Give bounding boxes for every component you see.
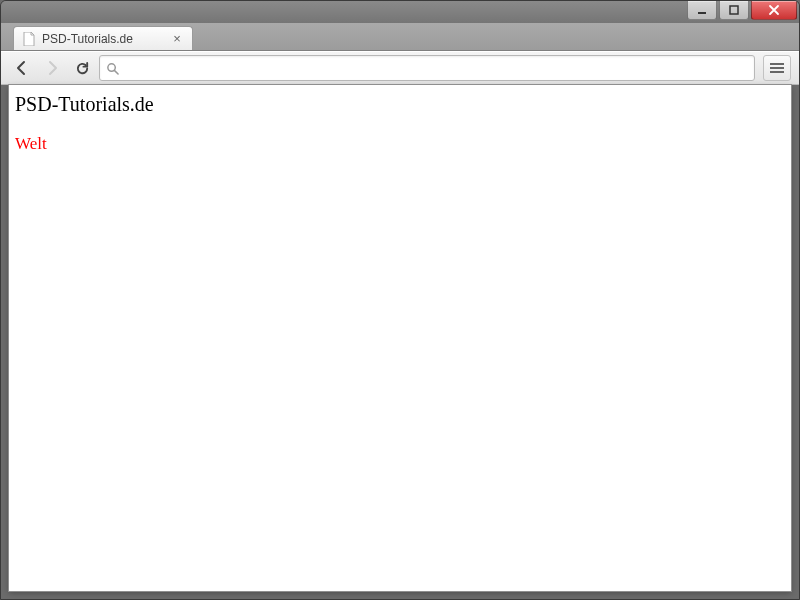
- url-input[interactable]: [125, 61, 748, 76]
- page-content: PSD-Tutorials.de Welt: [9, 85, 791, 162]
- browser-tab[interactable]: PSD-Tutorials.de ×: [13, 26, 193, 50]
- reload-button[interactable]: [69, 55, 95, 81]
- tab-close-icon[interactable]: ×: [170, 32, 184, 46]
- file-icon: [22, 32, 36, 46]
- svg-line-3: [114, 70, 118, 74]
- page-viewport: PSD-Tutorials.de Welt: [9, 85, 791, 591]
- tab-strip: PSD-Tutorials.de ×: [1, 23, 799, 51]
- page-heading: PSD-Tutorials.de: [15, 93, 785, 116]
- window-maximize-button[interactable]: [719, 1, 749, 20]
- search-icon: [106, 62, 119, 75]
- forward-button[interactable]: [39, 55, 65, 81]
- window-minimize-button[interactable]: [687, 1, 717, 20]
- back-button[interactable]: [9, 55, 35, 81]
- svg-rect-0: [698, 12, 706, 14]
- window-titlebar: [1, 1, 799, 23]
- window-close-button[interactable]: [751, 1, 797, 20]
- menu-button[interactable]: [763, 55, 791, 81]
- hamburger-icon: [770, 63, 784, 73]
- browser-window: PSD-Tutorials.de × PSD-Tutorials.de Welt: [0, 0, 800, 600]
- svg-rect-1: [730, 6, 738, 14]
- browser-toolbar: [1, 51, 799, 85]
- page-body-text: Welt: [15, 134, 785, 154]
- tab-title: PSD-Tutorials.de: [42, 32, 170, 46]
- address-bar[interactable]: [99, 55, 755, 81]
